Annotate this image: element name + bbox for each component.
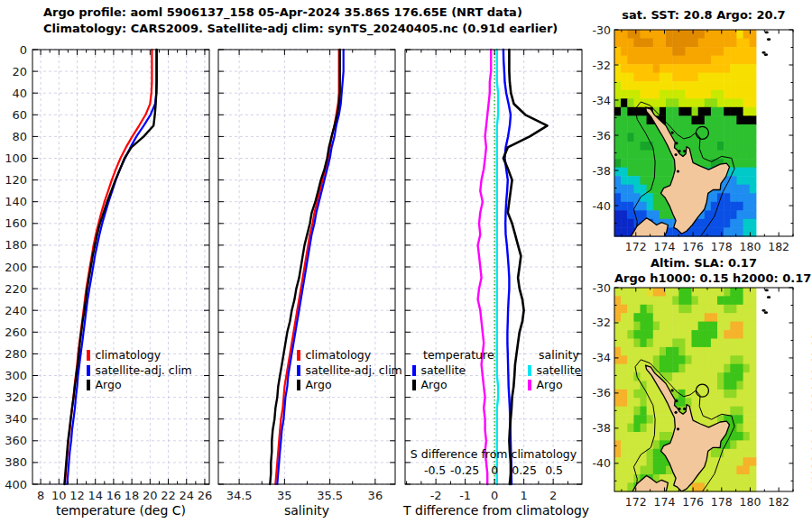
svg-text:0.25: 0.25 [512,463,537,477]
legend-entry: climatology [297,348,402,363]
svg-text:0: 0 [491,489,498,502]
svg-text:320: 320 [5,390,27,404]
tdiff-axis-label: T difference from climatology [403,503,584,518]
svg-text:36: 36 [368,489,383,502]
svg-text:12: 12 [69,489,85,502]
svg-text:380: 380 [5,455,27,469]
svg-text:180: 180 [740,240,761,253]
svg-text:160: 160 [5,216,27,230]
svg-text:-34: -34 [593,351,611,364]
sdiff-axis-label: S difference from climatology [405,447,582,461]
svg-text:-2: -2 [430,489,442,502]
svg-text:172: 172 [625,240,647,253]
svg-text:14: 14 [88,489,103,502]
legend-entry: Argo [528,378,581,393]
svg-text:172: 172 [625,495,647,509]
legend-entry: climatology [87,348,192,363]
salinity-axis-label: salinity [217,503,397,518]
svg-text:220: 220 [5,282,27,296]
satellite-adj-swatch [87,365,90,376]
svg-text:0: 0 [20,43,27,57]
svg-text:300: 300 [5,369,27,382]
svg-text:0: 0 [491,463,498,477]
argo-swatch [297,380,300,390]
svg-text:80: 80 [12,130,27,143]
svg-text:174: 174 [654,495,676,509]
legend-entry: Argo [87,378,192,393]
argo-swatch [87,380,90,390]
tdiff-salinity-legend: salinity satellite Argo [528,348,581,393]
tdiff-temperature-legend: temperature satellite Argo [412,348,494,393]
svg-text:2: 2 [549,489,557,502]
svg-text:120: 120 [5,173,27,187]
svg-text:280: 280 [5,347,27,361]
svg-text:1: 1 [521,489,528,502]
legend-header: salinity [539,348,581,363]
svg-text:26: 26 [198,489,213,502]
legend-label: Argo [306,378,332,393]
svg-text:-40: -40 [593,199,611,213]
legend-header: temperature [423,348,494,363]
svg-text:16: 16 [106,489,122,502]
svg-text:-30: -30 [593,23,611,37]
svg-text:180: 180 [740,495,761,509]
svg-text:260: 260 [5,326,27,339]
figure-title-line2: Climatology: CARS2009. Satellite-adj cli… [43,22,558,35]
svg-text:40: 40 [12,87,27,100]
legend-label: climatology [306,348,372,363]
climatology-swatch [87,350,90,361]
legend-entry: satellite-adj. clim [297,363,402,379]
climatology-swatch [297,350,300,361]
legend-entry: Argo [412,378,494,393]
svg-text:340: 340 [5,412,27,426]
svg-text:400: 400 [5,478,27,491]
legend-entry: satellite-adj. clim [87,363,192,379]
svg-text:-34: -34 [593,94,611,107]
t-satellite-swatch [412,365,416,376]
s-satellite-swatch [528,365,531,376]
svg-text:-36: -36 [593,386,611,399]
svg-text:-0.25: -0.25 [450,463,479,477]
temperature-axis-label: temperature (deg C) [31,503,211,518]
figure-title-line1: Argo profile: aoml 5906137_158 05-Apr-20… [43,5,522,19]
svg-text:178: 178 [711,495,733,509]
t-argo-swatch [412,380,416,390]
s-argo-swatch [528,380,531,390]
legend-label: Argo [537,378,563,393]
svg-text:-38: -38 [593,421,611,435]
svg-text:-32: -32 [593,59,611,72]
svg-text:140: 140 [5,195,27,208]
svg-text:24: 24 [179,489,194,502]
svg-text:-40: -40 [593,456,611,470]
sst-map-title: sat. SST: 20.8 Argo: 20.7 [614,8,793,22]
svg-text:10: 10 [51,489,67,502]
argo-profile-figure: 8101214161820222426020406080100120140160… [0,0,812,523]
svg-text:360: 360 [5,434,27,447]
satellite-adj-swatch [297,365,300,376]
salinity-legend: climatology satellite-adj. clim Argo [297,348,402,393]
legend-label: satellite-adj. clim [306,363,402,379]
legend-entry: Argo [297,378,402,393]
svg-text:60: 60 [12,108,27,122]
svg-text:200: 200 [5,261,27,274]
svg-text:178: 178 [711,240,733,253]
svg-text:-1: -1 [459,489,471,502]
svg-text:-36: -36 [593,129,611,142]
legend-entry: satellite [412,363,494,379]
svg-text:-32: -32 [593,316,611,329]
svg-text:-30: -30 [593,281,611,295]
svg-text:100: 100 [5,151,27,165]
svg-text:176: 176 [682,495,704,509]
svg-text:35: 35 [277,489,292,502]
svg-text:18: 18 [125,489,140,502]
svg-text:35.5: 35.5 [317,489,343,502]
svg-text:240: 240 [5,304,27,317]
sla-map-title-line1: Altim. SLA: 0.17 [614,256,793,270]
svg-text:-0.5: -0.5 [424,463,446,477]
legend-entry: satellite [528,363,581,379]
svg-text:180: 180 [5,238,27,252]
svg-text:174: 174 [654,240,676,253]
svg-text:-38: -38 [593,164,611,178]
legend-label: satellite [537,363,582,379]
legend-label: satellite-adj. clim [96,363,192,379]
